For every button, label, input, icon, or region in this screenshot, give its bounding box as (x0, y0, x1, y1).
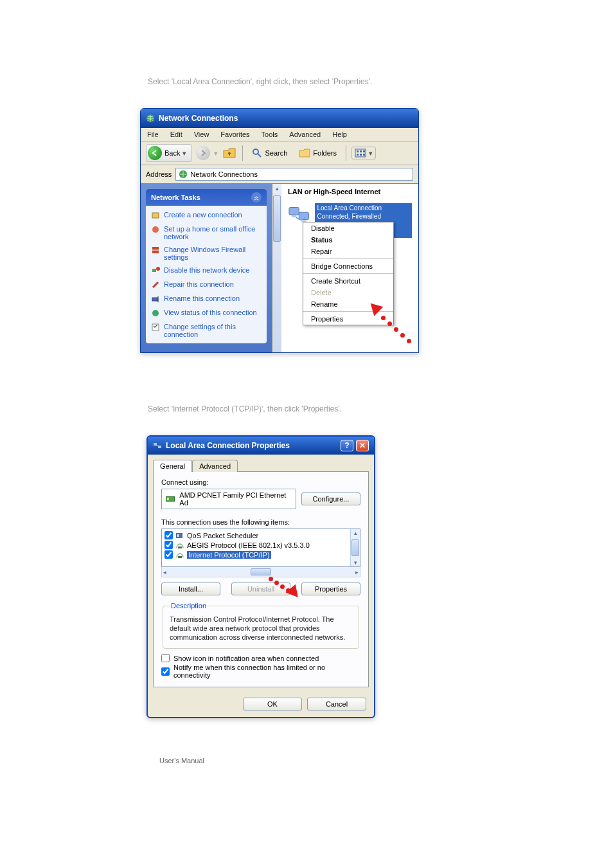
ctx-delete: Delete (303, 287, 393, 298)
checkbox-notify-limited[interactable] (161, 667, 170, 676)
svg-rect-15 (152, 269, 156, 272)
toolbar: Back ▾ ▾ Search Folders ▾ (141, 141, 418, 165)
close-button[interactable]: ✕ (356, 440, 369, 451)
menubar: File Edit View Favorites Tools Advanced … (141, 128, 418, 141)
ctx-disable[interactable]: Disable (303, 222, 393, 234)
menu-favorites[interactable]: Favorites (220, 131, 249, 138)
scroll-down-arrow-icon[interactable]: ▾ (351, 559, 360, 566)
scroll-left-arrow-icon[interactable]: ◂ (163, 569, 166, 575)
back-button[interactable]: Back ▾ (146, 144, 192, 162)
tab-advanced[interactable]: Advanced (192, 460, 238, 472)
task-repair-connection[interactable]: Repair this connection (146, 278, 267, 292)
tab-strip: General Advanced (153, 460, 369, 472)
new-connection-icon (151, 211, 160, 220)
dialog-titlebar[interactable]: Local Area Connection Properties ? ✕ (148, 437, 374, 455)
listbox-hscrollbar[interactable]: ◂ ▸ (161, 567, 360, 577)
svg-point-12 (152, 226, 159, 233)
task-create-connection[interactable]: Create a new connection (146, 208, 267, 222)
listbox-scrollbar[interactable]: ▴ ▾ (350, 529, 360, 566)
show-icon-checkbox[interactable]: Show icon in notification area when conn… (161, 654, 360, 662)
notify-limited-checkbox[interactable]: Notify me when this connection has limit… (161, 664, 360, 679)
uninstall-button: Uninstall (231, 583, 290, 595)
task-disable-device[interactable]: Disable this network device (146, 264, 267, 278)
ctx-separator (303, 258, 393, 259)
address-input[interactable]: Network Connections (175, 168, 413, 181)
ctx-rename[interactable]: Rename (303, 298, 393, 310)
ctx-bridge[interactable]: Bridge Connections (303, 260, 393, 272)
task-change-settings[interactable]: Change settings of this connection (146, 320, 267, 341)
configure-button[interactable]: Configure... (301, 493, 360, 505)
forward-button[interactable] (196, 146, 210, 160)
address-label: Address (146, 170, 172, 178)
ctx-status[interactable]: Status (303, 234, 393, 246)
list-item-aegis[interactable]: AEGIS Protocol (IEEE 802.1x) v3.5.3.0 (164, 540, 348, 550)
scrollbar-thumb[interactable] (351, 539, 359, 556)
up-folder-button[interactable] (222, 146, 237, 160)
lac-properties-dialog: Local Area Connection Properties ? ✕ Gen… (147, 435, 375, 718)
scroll-up-arrow-icon[interactable]: ▴ (351, 529, 360, 537)
checkbox-aegis[interactable] (164, 541, 173, 549)
back-arrow-icon (148, 146, 162, 160)
connect-using-label: Connect using: (161, 478, 360, 486)
task-setup-network[interactable]: Set up a home or small office network (146, 222, 267, 243)
components-listbox[interactable]: QoS Packet Scheduler AEGIS Protocol (IEE… (161, 529, 360, 567)
rename-icon (151, 294, 160, 303)
window-titlebar[interactable]: Network Connections (141, 109, 418, 128)
properties-button[interactable]: Properties (301, 583, 360, 595)
tasks-header[interactable]: Network Tasks (146, 189, 267, 206)
svg-rect-30 (176, 533, 182, 538)
disable-device-icon (151, 266, 160, 275)
scroll-right-arrow-icon[interactable]: ▸ (355, 569, 359, 575)
svg-point-16 (156, 267, 160, 271)
task-firewall-settings[interactable]: Change Windows Firewall settings (146, 243, 267, 264)
menu-edit[interactable]: Edit (170, 131, 182, 138)
svg-rect-33 (178, 556, 182, 558)
menu-tools[interactable]: Tools (262, 131, 278, 138)
context-menu: Disable Status Repair Bridge Connections… (303, 222, 394, 325)
help-button[interactable]: ? (341, 440, 353, 451)
list-item-label: QoS Packet Scheduler (187, 532, 258, 539)
description-group: Description Transmission Control Protoco… (163, 602, 359, 649)
adapter-name: AMD PCNET Family PCI Ethernet Ad (179, 491, 292, 507)
notify-limited-label: Notify me when this connection has limit… (173, 664, 360, 679)
network-connections-window: Network Connections File Edit View Favor… (140, 108, 419, 353)
ctx-shortcut[interactable]: Create Shortcut (303, 275, 393, 287)
checkbox-tcpip[interactable] (164, 550, 173, 559)
task-label: Set up a home or small office network (164, 225, 262, 240)
checkbox-show-icon[interactable] (161, 654, 170, 662)
firewall-icon (151, 246, 160, 255)
scroll-up-arrow-icon[interactable]: ▴ (272, 184, 281, 193)
cancel-button[interactable]: Cancel (307, 698, 366, 710)
chevron-up-icon (251, 192, 262, 203)
network-card-icon (166, 495, 175, 503)
install-button[interactable]: Install... (161, 583, 220, 595)
uses-items-label: This connection uses the following items… (161, 518, 360, 526)
task-label: Disable this network device (164, 266, 249, 275)
list-item-qos[interactable]: QoS Packet Scheduler (164, 530, 348, 540)
svg-rect-6 (363, 150, 365, 152)
adapter-field: AMD PCNET Family PCI Ethernet Ad (161, 489, 296, 509)
back-label: Back (164, 149, 180, 157)
description-heading: Description (170, 602, 208, 610)
tab-general[interactable]: General (153, 460, 192, 472)
scrollbar-thumb[interactable] (251, 568, 271, 575)
menu-help[interactable]: Help (332, 131, 347, 138)
ctx-repair[interactable]: Repair (303, 246, 393, 257)
search-button[interactable]: Search (248, 147, 291, 159)
ctx-properties[interactable]: Properties (303, 313, 393, 325)
menu-advanced[interactable]: Advanced (289, 131, 321, 138)
views-button[interactable]: ▾ (351, 147, 376, 159)
ok-button[interactable]: OK (243, 698, 302, 710)
task-rename-connection[interactable]: Rename this connection (146, 292, 267, 306)
checkbox-qos[interactable] (164, 531, 173, 539)
tasks-scrollbar[interactable]: ▴ (272, 184, 281, 352)
task-view-status[interactable]: View status of this connection (146, 306, 267, 320)
scrollbar-thumb[interactable] (273, 195, 281, 242)
show-icon-label: Show icon in notification area when conn… (173, 655, 319, 662)
svg-rect-31 (177, 534, 179, 537)
menu-file[interactable]: File (147, 131, 159, 138)
forward-dropdown-icon[interactable]: ▾ (214, 149, 218, 158)
menu-view[interactable]: View (194, 131, 209, 138)
list-item-tcpip[interactable]: Internet Protocol (TCP/IP) (164, 550, 348, 559)
folders-button[interactable]: Folders (295, 147, 341, 159)
